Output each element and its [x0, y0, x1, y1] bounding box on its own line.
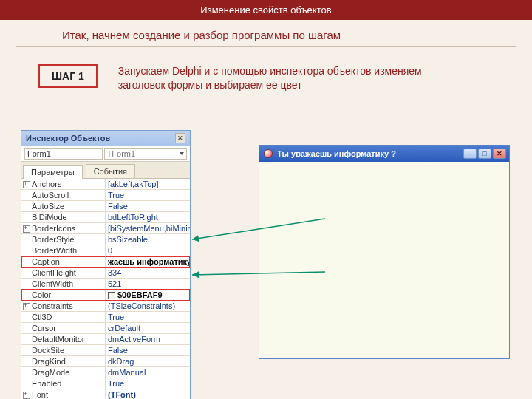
- step-row: ШАГ 1 Запускаем Delphi и с помощью инспе…: [38, 64, 532, 92]
- property-name: BorderWidth: [21, 245, 106, 256]
- property-row[interactable]: DragModedmManual: [21, 367, 190, 378]
- object-name[interactable]: Form1: [24, 148, 103, 160]
- property-name: BiDiMode: [21, 212, 106, 222]
- property-name: Font: [21, 389, 106, 399]
- form-preview-window[interactable]: Ты уважаешь информатику ? – □ ✕: [259, 145, 510, 359]
- slide-subtitle: Итак, начнем создание и разбор программы…: [0, 20, 532, 46]
- property-value[interactable]: [biSystemMenu,biMinimize,bi: [106, 223, 190, 233]
- property-row[interactable]: Captionжаешь информатику ?: [21, 256, 190, 267]
- property-name: Cursor: [21, 323, 106, 333]
- property-value[interactable]: True: [106, 378, 190, 389]
- step-badge: ШАГ 1: [38, 64, 98, 88]
- slide-title: Изменение свойств объектов: [200, 4, 331, 16]
- property-value[interactable]: bdLeftToRight: [106, 212, 190, 222]
- inspector-title: Инспектор Объектов: [26, 134, 110, 143]
- property-value[interactable]: жаешь информатику ?: [106, 256, 190, 267]
- maximize-icon[interactable]: □: [478, 149, 491, 159]
- property-value[interactable]: True: [106, 312, 190, 322]
- property-value[interactable]: dmActiveForm: [106, 334, 190, 344]
- property-row[interactable]: AutoSizeFalse: [21, 201, 190, 212]
- chevron-down-icon: [180, 152, 184, 155]
- property-row[interactable]: Constraints(TSizeConstraints): [21, 301, 190, 312]
- property-value[interactable]: (TSizeConstraints): [106, 301, 190, 311]
- property-name: Color: [21, 290, 106, 300]
- property-name: DragKind: [21, 356, 106, 366]
- property-name: AutoSize: [21, 201, 106, 211]
- property-value[interactable]: [akLeft,akTop]: [106, 179, 190, 189]
- property-row[interactable]: Ctl3DTrue: [21, 312, 190, 323]
- object-type: TForm1: [107, 149, 136, 158]
- step-text: Запускаем Delphi и с помощью инспектора …: [118, 64, 466, 92]
- property-row[interactable]: ClientWidth521: [21, 279, 190, 290]
- property-value[interactable]: 0: [106, 245, 190, 256]
- property-row[interactable]: DefaultMonitordmActiveForm: [21, 334, 190, 345]
- property-row[interactable]: BorderWidth0: [21, 245, 190, 256]
- divider: [16, 46, 516, 47]
- property-name: Constraints: [21, 301, 106, 311]
- property-row[interactable]: Anchors[akLeft,akTop]: [21, 179, 190, 190]
- property-name: ClientWidth: [21, 279, 106, 289]
- form-titlebar[interactable]: Ты уважаешь информатику ? – □ ✕: [259, 146, 509, 162]
- property-row[interactable]: BiDiModebdLeftToRight: [21, 212, 190, 223]
- property-value[interactable]: crDefault: [106, 323, 190, 333]
- property-name: DragMode: [21, 367, 106, 378]
- property-value[interactable]: 334: [106, 267, 190, 278]
- property-grid[interactable]: Anchors[akLeft,akTop]AutoScrollTrueAutoS…: [21, 179, 190, 399]
- property-row[interactable]: DragKinddkDrag: [21, 356, 190, 367]
- property-row[interactable]: CursorcrDefault: [21, 323, 190, 334]
- property-name: BorderIcons: [21, 223, 106, 233]
- property-value[interactable]: dkDrag: [106, 356, 190, 366]
- property-name: Anchors: [21, 179, 106, 189]
- property-name: Ctl3D: [21, 312, 106, 322]
- property-row[interactable]: BorderStylebsSizeable: [21, 234, 190, 245]
- property-value[interactable]: False: [106, 201, 190, 211]
- object-type-dropdown[interactable]: TForm1: [104, 148, 187, 160]
- close-icon[interactable]: ✕: [493, 149, 506, 159]
- tab-properties[interactable]: Параметры: [23, 165, 83, 179]
- window-buttons: – □ ✕: [463, 149, 506, 159]
- inspector-tabs: Параметры События: [21, 162, 190, 179]
- object-selector[interactable]: Form1 TForm1: [21, 146, 190, 162]
- property-name: BorderStyle: [21, 234, 106, 245]
- property-name: AutoScroll: [21, 190, 106, 200]
- property-row[interactable]: BorderIcons[biSystemMenu,biMinimize,bi: [21, 223, 190, 234]
- property-name: Caption: [21, 256, 106, 267]
- property-value[interactable]: $00EBFAF9: [106, 290, 190, 300]
- slide-title-bar: Изменение свойств объектов: [0, 0, 532, 20]
- property-value[interactable]: 521: [106, 279, 190, 289]
- property-value[interactable]: False: [106, 345, 190, 355]
- close-icon[interactable]: ✕: [175, 133, 185, 143]
- property-name: Enabled: [21, 378, 106, 389]
- property-row[interactable]: DockSiteFalse: [21, 345, 190, 356]
- minimize-icon[interactable]: –: [463, 149, 477, 159]
- property-row[interactable]: AutoScrollTrue: [21, 190, 190, 201]
- property-row[interactable]: ClientHeight334: [21, 267, 190, 279]
- property-name: DefaultMonitor: [21, 334, 106, 344]
- app-icon: [264, 149, 273, 158]
- property-value[interactable]: dmManual: [106, 367, 190, 378]
- property-value[interactable]: (TFont): [106, 389, 190, 399]
- property-row[interactable]: Font(TFont): [21, 389, 190, 399]
- property-value[interactable]: True: [106, 190, 190, 200]
- tab-events[interactable]: События: [86, 164, 135, 178]
- object-inspector-window: Инспектор Объектов ✕ Form1 TForm1 Параме…: [21, 130, 191, 399]
- property-name: DockSite: [21, 345, 106, 355]
- property-row[interactable]: EnabledTrue: [21, 378, 190, 389]
- inspector-titlebar[interactable]: Инспектор Объектов ✕: [21, 131, 190, 146]
- property-name: ClientHeight: [21, 267, 106, 278]
- property-row[interactable]: Color$00EBFAF9: [21, 290, 190, 301]
- property-value[interactable]: bsSizeable: [106, 234, 190, 245]
- form-title-text: Ты уважаешь информатику ?: [277, 149, 459, 158]
- color-swatch: [108, 292, 115, 299]
